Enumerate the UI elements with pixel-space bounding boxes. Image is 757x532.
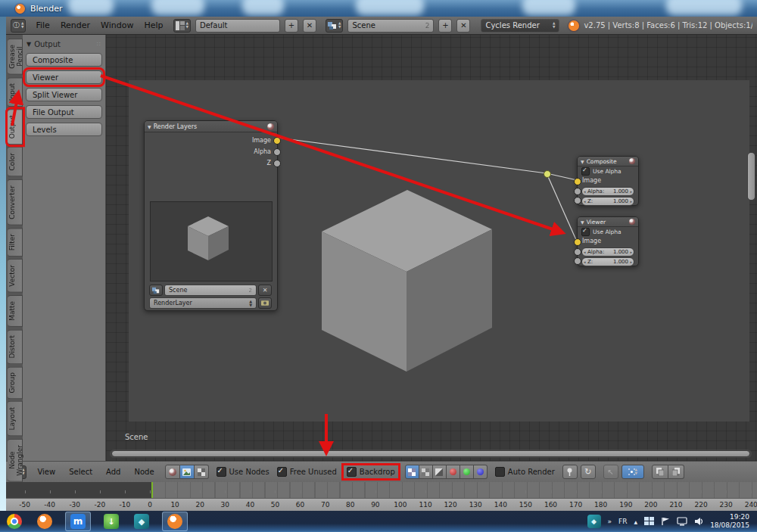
render-engine-select[interactable]: Cycles Render ▲▼	[481, 19, 559, 33]
render-layer-select[interactable]: RenderLayer ▲▼	[149, 297, 257, 309]
timeline-track[interactable]	[6, 482, 757, 498]
image-input-socket[interactable]	[574, 238, 581, 246]
render-layers-node[interactable]: ▼ Render Layers Image Alpha Z	[144, 120, 278, 311]
render-layer-button[interactable]	[258, 297, 272, 309]
alpha-slider[interactable]: Alpha: 1.000	[581, 187, 634, 196]
timeline-scrubber[interactable]: -50-40-30-20-100102030405060708090100110…	[6, 498, 757, 511]
unlink-scene-button[interactable]: ✕	[258, 285, 272, 296]
action-center-flag-icon[interactable]	[661, 517, 670, 526]
pin-button[interactable]	[562, 465, 578, 479]
current-frame-marker[interactable]	[151, 482, 153, 498]
red-channel-button[interactable]	[447, 465, 460, 479]
volume-icon[interactable]	[694, 517, 703, 526]
vertical-scrollbar[interactable]	[747, 152, 755, 201]
layout-name-field[interactable]: Default	[195, 19, 280, 33]
add-node-button[interactable]: Viewer	[26, 70, 102, 84]
menu-item[interactable]: Add	[103, 468, 123, 476]
scene-icon-button[interactable]: ▲▼	[326, 19, 343, 33]
toolshelf-tab[interactable]: Grease Pencil	[8, 39, 23, 75]
alpha-channel-button[interactable]	[419, 465, 433, 479]
auto-render-toggle[interactable]: Auto Render	[495, 467, 555, 477]
delete-scene-button[interactable]: ✕	[456, 19, 470, 33]
checkbox-icon[interactable]	[581, 167, 590, 176]
viewer-node[interactable]: ▼ Viewer Use Alpha Image Alpha: 1.000	[577, 216, 639, 266]
taskbar-blender-button[interactable]	[35, 512, 55, 530]
menu-item[interactable]: Select	[66, 468, 95, 476]
paste-buffer-button[interactable]	[668, 465, 684, 479]
toolshelf-tab[interactable]: Layout	[8, 401, 23, 437]
clock[interactable]: 19:20 18/08/2015	[710, 513, 752, 530]
toolshelf-tab[interactable]: Output	[8, 109, 23, 145]
collapse-triangle-icon[interactable]: ▼	[581, 159, 584, 164]
reroute-node[interactable]	[544, 170, 551, 178]
menu-item[interactable]: Help	[139, 20, 168, 30]
alpha-input-socket[interactable]	[574, 188, 581, 195]
toolshelf-tab[interactable]: Converter	[8, 179, 23, 226]
network-icon[interactable]	[677, 517, 687, 526]
collapse-triangle-icon[interactable]: ▼	[148, 124, 151, 129]
z-channel-button[interactable]	[433, 465, 447, 479]
taskbar-idm-button[interactable]: ↓	[101, 512, 121, 530]
z-input-socket[interactable]	[574, 257, 581, 265]
windows-update-icon[interactable]	[644, 517, 654, 526]
scene-name-field[interactable]: Scene 2	[347, 19, 434, 33]
show-hidden-icons-button[interactable]: ▲	[634, 519, 638, 524]
menu-item[interactable]: Render	[55, 20, 95, 30]
node-scene-field[interactable]: Scene 2	[164, 285, 257, 296]
free-unused-toggle[interactable]: Free Unused	[277, 467, 337, 477]
use-alpha-toggle[interactable]: Use Alpha	[578, 227, 638, 237]
compositing-nodes-button[interactable]	[180, 465, 195, 479]
window-titlebar[interactable]: Blender	[0, 0, 757, 17]
overflow-chevron[interactable]: »	[608, 518, 612, 525]
max-tray-icon[interactable]: ◆	[587, 515, 601, 528]
snap-button[interactable]: ▲▼	[621, 465, 644, 479]
z-output-socket[interactable]	[273, 160, 281, 167]
green-channel-button[interactable]	[460, 465, 474, 479]
layout-icon-button[interactable]: ▲▼	[173, 19, 191, 33]
use-alpha-toggle[interactable]: Use Alpha	[578, 166, 638, 176]
taskbar-3dsmax-button[interactable]: ◆	[132, 512, 151, 530]
taskbar-chrome-button[interactable]	[5, 512, 24, 530]
z-slider[interactable]: Z: 1.000	[581, 197, 634, 206]
toolshelf-tab[interactable]: Filter	[8, 228, 23, 257]
delete-layout-button[interactable]: ✕	[303, 19, 316, 33]
add-node-button[interactable]: Composite	[26, 53, 102, 67]
toolshelf-tab[interactable]: Distort	[8, 329, 23, 364]
alpha-output-socket[interactable]	[273, 148, 281, 156]
output-panel-header[interactable]: ▼ Output ∷	[25, 38, 103, 53]
add-node-button[interactable]: File Output	[26, 105, 102, 119]
use-nodes-toggle[interactable]: Use Nodes	[217, 467, 269, 477]
node-header[interactable]: ▼ Viewer	[578, 217, 638, 227]
menu-item[interactable]: Window	[95, 20, 139, 30]
collapse-triangle-icon[interactable]: ▼	[581, 219, 584, 225]
copy-buffer-button[interactable]	[652, 465, 668, 479]
toolshelf-tab[interactable]: Vector	[8, 259, 23, 293]
add-node-button[interactable]: Split Viewer	[26, 88, 102, 101]
alpha-input-socket[interactable]	[574, 248, 581, 256]
menu-item[interactable]: File	[30, 20, 55, 30]
language-indicator[interactable]: FR	[618, 518, 627, 525]
taskbar-blender-active-button[interactable]	[162, 512, 188, 531]
blue-channel-button[interactable]	[474, 465, 488, 479]
toolshelf-tab[interactable]: Matte	[8, 295, 23, 327]
backdrop-toggle[interactable]: Backdrop	[344, 466, 397, 478]
editor-type-selector[interactable]: ⓘ ▲▼	[11, 19, 26, 33]
image-output-socket[interactable]	[273, 137, 281, 145]
texture-nodes-button[interactable]	[195, 465, 209, 479]
checkbox-icon[interactable]	[581, 228, 590, 236]
cursor-tool-button[interactable]: ↖	[603, 465, 618, 479]
add-layout-button[interactable]: +	[285, 19, 298, 33]
color-alpha-button[interactable]	[405, 465, 419, 479]
refresh-button[interactable]: ↻	[581, 465, 596, 479]
add-scene-button[interactable]: +	[438, 19, 452, 33]
horizontal-scrollbar[interactable]	[110, 450, 752, 458]
toolshelf-tab[interactable]: Input	[8, 77, 23, 107]
node-editor-viewport[interactable]: ▼ Render Layers Image Alpha Z	[106, 35, 757, 461]
composite-node[interactable]: ▼ Composite Use Alpha Image Alpha: 1.000	[577, 156, 639, 206]
node-header[interactable]: ▼ Render Layers	[145, 121, 277, 132]
toolshelf-tab[interactable]: Color	[8, 147, 23, 177]
menu-item[interactable]: Node	[131, 468, 157, 476]
add-node-button[interactable]: Levels	[26, 123, 102, 136]
alpha-slider[interactable]: Alpha: 1.000	[581, 247, 634, 257]
z-slider[interactable]: Z: 1.000	[581, 257, 634, 266]
